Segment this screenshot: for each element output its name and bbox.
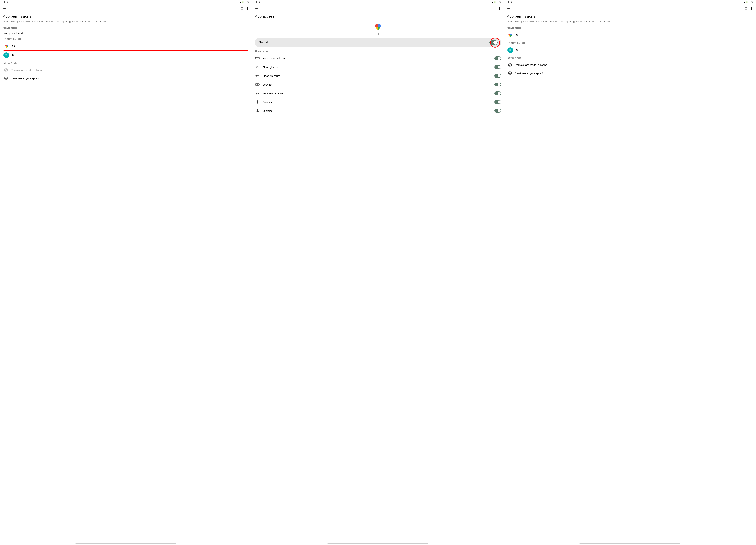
exercise-knob <box>498 109 501 112</box>
svg-point-46 <box>510 49 510 50</box>
fit-app-name-3: Fit <box>516 34 519 37</box>
fit-app-name-1: Fit <box>12 45 15 48</box>
status-bar-1: 11:09 ▾ ▲ 🔋 100% <box>0 0 252 4</box>
settings-help-header-3: Settings & help <box>507 57 753 59</box>
action-bar-1: ← ⊡ ⋮ <box>0 4 252 13</box>
remove-access-item-1[interactable]: Remove access for all apps <box>3 66 249 74</box>
svg-rect-5 <box>7 46 9 48</box>
panel-app-permissions-3: 11:10 ▾ ▲ 🔋 100% ← ⊡ ⋮ App permissions C… <box>504 0 756 545</box>
time-2: 11:10 <box>255 1 260 3</box>
perm-distance[interactable]: Distance <box>255 98 501 106</box>
perm-blood-pressure[interactable]: Blood pressure <box>255 71 501 80</box>
cant-see-icon-1 <box>3 76 8 81</box>
svg-point-9 <box>7 55 7 55</box>
app-item-fitbit-3[interactable]: Fitbit <box>507 46 753 55</box>
page-title-2: App access <box>255 14 501 19</box>
remove-access-icon-3 <box>507 62 512 67</box>
svg-point-8 <box>6 55 7 55</box>
signal-icon: ▲ <box>240 1 242 3</box>
time-3: 11:10 <box>507 1 512 3</box>
basal-knob <box>498 57 501 60</box>
scroll-area-1: App permissions Control which apps can a… <box>0 13 252 542</box>
svg-rect-24 <box>375 27 378 30</box>
signal-icon-3: ▲ <box>744 1 746 3</box>
basal-icon <box>255 56 260 61</box>
svg-point-47 <box>510 49 511 50</box>
panel-app-access: 11:10 ▾ ▲ 🔋 100% ← ⋮ App access <box>252 0 504 545</box>
status-icons-2: ▾ ▲ 🔋 100% <box>490 1 501 3</box>
perm-blood-glucose[interactable]: Blood glucose <box>255 63 501 71</box>
body-temp-toggle[interactable] <box>494 91 501 95</box>
glucose-toggle[interactable] <box>494 65 501 69</box>
time-1: 11:09 <box>3 1 8 3</box>
status-bar-3: 11:10 ▾ ▲ 🔋 100% <box>504 0 756 4</box>
distance-knob <box>498 101 501 104</box>
more-options-icon-3[interactable]: ⋮ <box>748 5 754 12</box>
svg-point-39 <box>257 103 258 104</box>
basal-toggle[interactable] <box>494 56 501 60</box>
perm-exercise[interactable]: Exercise <box>255 106 501 115</box>
bottom-bar-2 <box>327 543 428 544</box>
panel-app-permissions-1: 11:09 ▾ ▲ 🔋 100% ← ⊡ ⋮ App permissions C… <box>0 0 252 545</box>
section-not-allowed-header-3: Not allowed access <box>507 42 753 44</box>
cant-see-icon-3 <box>507 71 512 76</box>
page-subtitle-3: Control which apps can access data store… <box>507 20 753 23</box>
svg-rect-23 <box>378 24 381 27</box>
page-subtitle-1: Control which apps can access data store… <box>3 20 249 23</box>
svg-point-10 <box>6 55 6 56</box>
back-button-1[interactable]: ← <box>1 5 8 12</box>
fitbit-app-name-3: Fitbit <box>516 49 521 52</box>
back-button-2[interactable]: ← <box>253 5 260 12</box>
search-icon-3[interactable]: ⊡ <box>743 5 748 12</box>
scroll-area-2: App access Fit Allow a <box>252 13 504 542</box>
body-temp-icon <box>255 91 260 96</box>
cant-see-apps-item-1[interactable]: Can't see all your apps? <box>3 74 249 82</box>
svg-point-14 <box>6 56 7 56</box>
app-item-fit-3[interactable]: Fit <box>507 31 753 40</box>
svg-point-12 <box>7 55 7 56</box>
allow-all-toggle[interactable] <box>489 40 498 45</box>
search-icon-1[interactable]: ⊡ <box>239 5 244 12</box>
allow-all-label: Allow all <box>258 41 269 44</box>
action-bar-2: ← ⋮ <box>252 4 504 13</box>
pressure-toggle[interactable] <box>494 74 501 78</box>
wifi-icon-2: ▾ <box>490 1 491 3</box>
section-not-allowed-header-1: Not allowed access <box>3 38 249 40</box>
more-options-icon-2[interactable]: ⋮ <box>496 5 502 12</box>
bottom-bar-1 <box>75 543 176 544</box>
perm-body-temperature[interactable]: Body temperature <box>255 89 501 98</box>
perm-basal-metabolic[interactable]: Basal metabolic rate <box>255 54 501 63</box>
remove-access-text-3: Remove access for all apps <box>515 63 547 66</box>
fit-logo-2 <box>373 22 383 31</box>
status-icons-3: ▾ ▲ 🔋 100% <box>742 1 753 3</box>
perm-body-fat[interactable]: Body fat <box>255 80 501 89</box>
no-apps-label: No apps allowed <box>3 31 249 36</box>
fit-icon-3 <box>507 32 513 38</box>
section-allowed-header-1: Allowed access <box>3 27 249 29</box>
body-temp-knob <box>498 92 501 95</box>
svg-rect-42 <box>510 33 512 35</box>
svg-point-51 <box>511 50 511 51</box>
exercise-icon <box>255 108 260 113</box>
svg-point-13 <box>6 56 6 56</box>
battery-icon-2: 🔋 <box>494 1 496 3</box>
exercise-toggle[interactable] <box>494 109 501 113</box>
battery-icon-3: 🔋 <box>746 1 748 3</box>
distance-toggle[interactable] <box>494 100 501 104</box>
bottom-bar-3 <box>579 543 680 544</box>
remove-access-icon-1 <box>3 67 8 72</box>
remove-access-item-3[interactable]: Remove access for all apps <box>507 61 753 69</box>
back-button-3[interactable]: ← <box>505 5 512 12</box>
cant-see-apps-text-1: Can't see all your apps? <box>11 77 39 80</box>
svg-point-49 <box>510 50 510 51</box>
signal-icon-2: ▲ <box>492 1 494 3</box>
more-options-icon-1[interactable]: ⋮ <box>244 5 250 12</box>
svg-rect-41 <box>508 33 510 35</box>
app-item-fitbit-1[interactable]: Fitbit <box>3 51 249 60</box>
toggle-knob <box>493 41 497 45</box>
svg-point-50 <box>510 50 511 51</box>
wifi-icon-3: ▾ <box>742 1 743 3</box>
cant-see-apps-item-3[interactable]: Can't see all your apps? <box>507 69 753 77</box>
app-item-fit-1[interactable]: Fit <box>3 42 249 51</box>
body-fat-toggle[interactable] <box>494 83 501 87</box>
